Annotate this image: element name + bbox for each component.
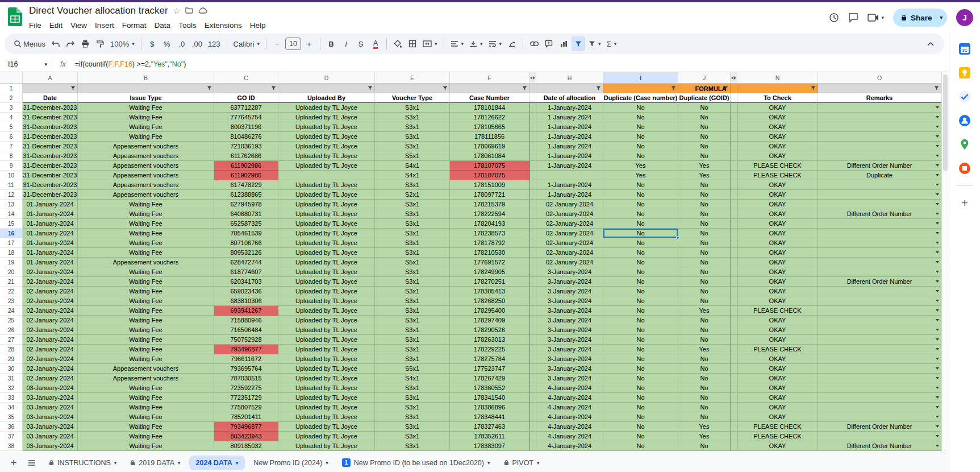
cell-E4[interactable]: S3x1 [375, 113, 450, 122]
cell-D24[interactable]: Uploaded by TL Joyce [278, 306, 375, 316]
cell-I23[interactable]: No [603, 296, 678, 306]
dropdown-caret-icon[interactable] [936, 251, 939, 254]
cell-C29[interactable]: 796611672 [214, 354, 278, 364]
dropdown-caret-icon[interactable] [936, 116, 939, 118]
cell-G19[interactable] [529, 258, 536, 267]
cell-D12[interactable]: Uploaded by TL Joyce [278, 190, 375, 200]
cell-C18[interactable]: 809532126 [214, 248, 278, 258]
cell-C38[interactable]: 809185032 [214, 441, 278, 451]
cell-F37[interactable]: 178352611 [450, 432, 529, 441]
cell-I25[interactable]: No [603, 316, 678, 325]
cell-K10[interactable] [731, 171, 737, 180]
cell-C35[interactable]: 785201411 [214, 412, 278, 422]
row-header-26[interactable]: 26 [0, 325, 23, 335]
cell-O14[interactable]: Different Order Number [818, 209, 941, 219]
font-selector[interactable]: Calibri▾ [231, 36, 262, 51]
filter-icon[interactable] [723, 86, 728, 91]
cell-A18[interactable]: 01-January-2024 [23, 248, 78, 258]
cell-K20[interactable] [731, 267, 737, 277]
cell-J24[interactable]: Yes [678, 306, 731, 316]
cell-E38[interactable]: S3x1 [375, 441, 450, 451]
cell-J18[interactable]: No [678, 248, 731, 258]
insert-chart-button[interactable] [557, 36, 570, 51]
sheet-tab-2019-data[interactable]: 2019 DATA▾ [123, 453, 187, 472]
filter-icon[interactable] [811, 86, 816, 91]
cell-H11[interactable]: 1-January-2024 [536, 180, 603, 190]
print-button[interactable] [78, 36, 92, 51]
cell-A30[interactable]: 02-January-2024 [23, 364, 78, 374]
cell-F36[interactable]: 178327463 [450, 422, 529, 432]
cell-I38[interactable]: No [603, 441, 678, 451]
cell-K35[interactable] [731, 412, 737, 422]
cell-K26[interactable] [731, 325, 737, 335]
cell-K11[interactable] [731, 180, 737, 190]
cell-N19[interactable]: OKAY [737, 258, 818, 267]
cell-B17[interactable]: Waiting Fee [78, 238, 214, 248]
dropdown-caret-icon[interactable] [936, 271, 939, 273]
cell-K30[interactable] [731, 364, 737, 374]
cell-J8[interactable]: No [678, 151, 731, 161]
cell-B27[interactable]: Waiting Fee [78, 335, 214, 345]
filter-icon[interactable] [443, 86, 448, 91]
cell-D10[interactable] [278, 171, 375, 180]
cell-G17[interactable] [529, 238, 536, 248]
cell-D30[interactable]: Uploaded by TL Joyce [278, 364, 375, 374]
cell-O2[interactable]: Remarks [818, 93, 941, 103]
cell-F23[interactable]: 178268250 [450, 296, 529, 306]
cell-D18[interactable]: Uploaded by TL Joyce [278, 248, 375, 258]
cell-B16[interactable]: Waiting Fee [78, 229, 214, 238]
dropdown-caret-icon[interactable] [936, 329, 939, 331]
cell-B20[interactable]: Waiting Fee [78, 267, 214, 277]
cell-K2[interactable] [731, 93, 737, 103]
italic-button[interactable]: I [339, 36, 353, 51]
cell-A38[interactable]: 03-January-2024 [23, 441, 78, 451]
contacts-icon[interactable] [958, 114, 971, 127]
cell-B21[interactable]: Waiting Fee [78, 277, 214, 287]
cell-G18[interactable] [529, 248, 536, 258]
sheet-tab-instructions[interactable]: INSTRUCTIONS▾ [42, 453, 123, 472]
cell-O16[interactable] [818, 229, 941, 238]
dropdown-caret-icon[interactable] [936, 377, 939, 379]
cell-H9[interactable]: 1-January-2024 [536, 161, 603, 171]
cell-F7[interactable]: 178069619 [450, 142, 529, 151]
cell-E10[interactable]: S4x1 [375, 171, 450, 180]
cell-H27[interactable]: 3-January-2024 [536, 335, 603, 345]
cell-O18[interactable] [818, 248, 941, 258]
cell-I6[interactable]: No [603, 132, 678, 142]
maps-icon[interactable] [958, 138, 971, 151]
cell-E32[interactable]: S3x1 [375, 383, 450, 393]
cell-C13[interactable]: 627945978 [214, 200, 278, 209]
font-size-input[interactable]: 10 [285, 38, 301, 50]
cell-J27[interactable]: No [678, 335, 731, 345]
column-header-E[interactable]: E [375, 72, 450, 84]
row-header-1[interactable]: 1 [0, 84, 23, 93]
cell-A9[interactable]: 31-December-2023 [23, 161, 78, 171]
cell-E14[interactable]: S3x1 [375, 209, 450, 219]
cell-D19[interactable]: Uploaded by TL Joyce [278, 258, 375, 267]
fill-handle[interactable] [676, 236, 679, 239]
cell-C27[interactable]: 750752928 [214, 335, 278, 345]
row-header-25[interactable]: 25 [0, 316, 23, 325]
name-box[interactable]: I16 ▾ [0, 57, 52, 72]
cell-N12[interactable]: OKAY [737, 190, 818, 200]
cell-E7[interactable]: S3x1 [375, 142, 450, 151]
undo-button[interactable] [49, 36, 62, 51]
sheet-tab-2024-data[interactable]: 2024 DATA▾ [189, 456, 245, 470]
cell-G10[interactable] [529, 171, 536, 180]
filter-icon[interactable] [934, 86, 939, 91]
tab-menu-caret-icon[interactable]: ▾ [487, 460, 490, 466]
cell-O24[interactable] [818, 306, 941, 316]
cell-O37[interactable] [818, 432, 941, 441]
cell-D4[interactable]: Uploaded by TL Joyce [278, 113, 375, 122]
comments-icon[interactable] [848, 13, 858, 23]
cell-B34[interactable]: Waiting Fee [78, 403, 214, 412]
strikethrough-button[interactable]: S [354, 36, 368, 51]
cell-D7[interactable]: Uploaded by TL Joyce [278, 142, 375, 151]
cell-I20[interactable]: No [603, 267, 678, 277]
cell-K13[interactable] [731, 200, 737, 209]
cell-F9[interactable]: 178107075 [450, 161, 529, 171]
cell-G29[interactable] [529, 354, 536, 364]
cell-F1[interactable] [450, 84, 529, 93]
cell-F11[interactable]: 178151009 [450, 180, 529, 190]
search-menus-button[interactable]: Menus [11, 36, 48, 51]
